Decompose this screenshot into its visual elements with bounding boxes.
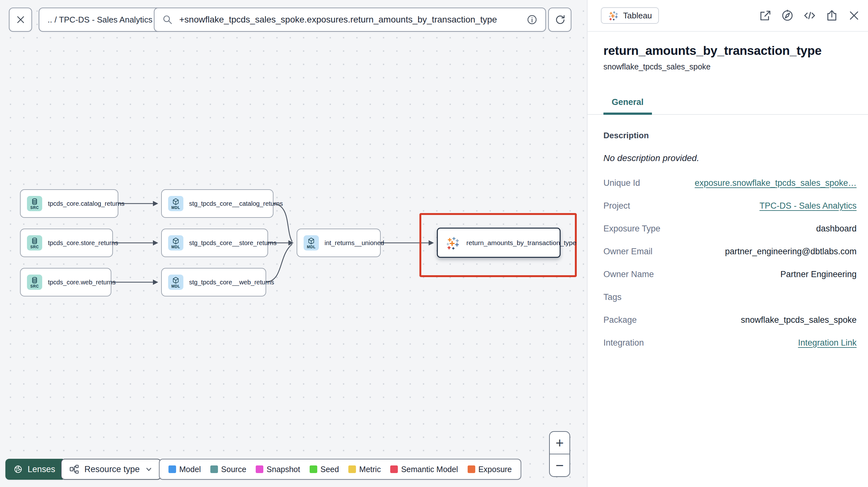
source-badge: SRC	[27, 235, 42, 251]
resource-type-dropdown[interactable]: Resource type	[61, 459, 161, 480]
field-label: Package	[603, 315, 637, 325]
field-value[interactable]: exposure.snowflake_tpcds_sales_spoke…	[695, 178, 857, 188]
legend-item-model: Model	[168, 465, 201, 474]
node-label: tpcds_core.store_returns	[48, 239, 118, 247]
lineage-node-stg-web[interactable]: MDLstg_tpcds_core__web_returns	[161, 268, 266, 296]
close-lineage-button[interactable]	[9, 8, 32, 32]
code-icon[interactable]	[803, 8, 816, 23]
chevron-down-icon	[145, 465, 153, 474]
compass-icon[interactable]	[780, 8, 795, 23]
legend-label: Model	[179, 465, 201, 474]
source-badge: SRC	[27, 274, 42, 290]
search-input[interactable]	[179, 14, 520, 25]
legend-swatch	[390, 465, 398, 473]
badge-text: SRC	[30, 284, 39, 288]
node-label: return_amounts_by_transaction_type	[466, 239, 577, 247]
share-icon[interactable]	[825, 8, 839, 23]
legend-label: Exposure	[478, 465, 512, 474]
model-badge: MDL	[168, 196, 183, 211]
badge-text: MDL	[171, 245, 180, 249]
legend-swatch	[256, 465, 263, 473]
lineage-node-stg-store[interactable]: MDLstg_tpcds_core__store_returns	[161, 229, 268, 257]
field-value: Partner Engineering	[780, 269, 857, 279]
lens-aperture-icon	[13, 464, 23, 474]
tab-general[interactable]: General	[603, 97, 652, 114]
hierarchy-icon	[68, 464, 79, 475]
field-label: Exposure Type	[603, 224, 660, 234]
field-row-owner-email: Owner Emailpartner_engineering@dbtlabs.c…	[603, 240, 857, 263]
legend-item-metric: Metric	[348, 465, 381, 474]
model-badge: MDL	[304, 235, 319, 251]
node-label: stg_tpcds_core__store_returns	[189, 239, 277, 247]
search-icon	[161, 13, 174, 26]
field-row-package: Packagesnowflake_tpcds_sales_spoke	[603, 309, 857, 331]
field-value[interactable]: Integration Link	[798, 338, 857, 348]
resource-package-subtitle: snowflake_tpcds_sales_spoke	[603, 62, 857, 71]
zoom-controls: + −	[549, 431, 570, 477]
field-value[interactable]: TPC-DS - Sales Analytics	[760, 201, 857, 211]
details-panel-header: Tableau	[588, 0, 868, 32]
lineage-node-src-catalog[interactable]: SRCtpcds_core.catalog_returns	[20, 189, 118, 218]
node-label: stg_tpcds_core__catalog_returns	[189, 200, 283, 207]
legend-item-exposure: Exposure	[468, 465, 512, 474]
lineage-node-src-web[interactable]: SRCtpcds_core.web_returns	[20, 268, 111, 296]
open-in-new-icon[interactable]	[758, 8, 772, 23]
refresh-lineage-button[interactable]	[548, 8, 571, 32]
lineage-search-bar[interactable]	[154, 8, 546, 32]
lineage-node-int-returns[interactable]: MDLint_returns__unioned	[297, 229, 381, 257]
badge-text: SRC	[30, 245, 39, 249]
details-fields: Unique Idexposure.snowflake_tpcds_sales_…	[603, 171, 857, 354]
tableau-logo-icon	[445, 235, 460, 250]
details-panel-body: return_amounts_by_transaction_type snowf…	[588, 44, 868, 354]
edge-stg-web-to-int-returns	[266, 244, 292, 282]
model-badge: MDL	[168, 235, 183, 251]
zoom-in-button[interactable]: +	[550, 432, 569, 454]
info-icon[interactable]	[526, 13, 538, 26]
legend-item-semantic-model: Semantic Model	[390, 465, 458, 474]
legend-swatch	[168, 465, 176, 473]
field-label: Tags	[603, 292, 621, 302]
description-empty-text: No description provided.	[603, 153, 857, 163]
field-row-project: ProjectTPC-DS - Sales Analytics	[603, 194, 857, 217]
field-label: Integration	[603, 338, 644, 348]
legend-item-seed: Seed	[310, 465, 339, 474]
database-icon	[31, 277, 38, 284]
cube-icon	[172, 237, 180, 245]
lineage-node-src-store[interactable]: SRCtpcds_core.store_returns	[20, 229, 113, 257]
lenses-label: Lenses	[28, 464, 55, 474]
integration-chip-label: Tableau	[623, 11, 652, 21]
refresh-icon	[554, 13, 566, 26]
lineage-node-exposure[interactable]: return_amounts_by_transaction_type	[437, 228, 561, 258]
legend-label: Semantic Model	[401, 465, 458, 474]
breadcrumb-label: .. / TPC-DS - Sales Analytics	[48, 15, 152, 25]
field-label: Owner Name	[603, 269, 654, 279]
details-panel: Tableau return_amounts_by_transaction_ty…	[587, 0, 868, 487]
field-row-owner-name: Owner NamePartner Engineering	[603, 263, 857, 286]
legend-label: Seed	[320, 465, 339, 474]
description-heading: Description	[603, 131, 857, 140]
field-row-unique-id: Unique Idexposure.snowflake_tpcds_sales_…	[603, 171, 857, 194]
field-value: dashboard	[816, 224, 857, 234]
cube-icon	[172, 277, 180, 284]
close-icon[interactable]	[847, 8, 861, 23]
legend-label: Metric	[359, 465, 381, 474]
badge-text: SRC	[30, 206, 39, 209]
field-row-tags: Tags	[603, 286, 857, 309]
legend-item-snapshot: Snapshot	[256, 465, 300, 474]
lineage-node-stg-catalog[interactable]: MDLstg_tpcds_core__catalog_returns	[161, 189, 274, 218]
node-label: tpcds_core.web_returns	[48, 279, 116, 286]
cube-icon	[172, 198, 180, 205]
badge-text: MDL	[171, 206, 180, 209]
legend-label: Source	[221, 465, 246, 474]
lenses-button[interactable]: Lenses	[5, 459, 63, 480]
database-icon	[31, 237, 38, 245]
source-badge: SRC	[27, 196, 42, 211]
breadcrumb[interactable]: .. / TPC-DS - Sales Analytics	[39, 8, 161, 32]
field-row-exposure-type: Exposure Typedashboard	[603, 217, 857, 240]
badge-text: MDL	[307, 245, 316, 249]
zoom-out-button[interactable]: −	[550, 454, 569, 476]
resource-type-label: Resource type	[84, 464, 140, 474]
integration-chip-tableau[interactable]: Tableau	[601, 7, 659, 24]
lineage-canvas[interactable]: SRCtpcds_core.catalog_returnsSRCtpcds_co…	[0, 0, 587, 487]
lenses-toolbar: Lenses Resource type	[5, 459, 161, 480]
